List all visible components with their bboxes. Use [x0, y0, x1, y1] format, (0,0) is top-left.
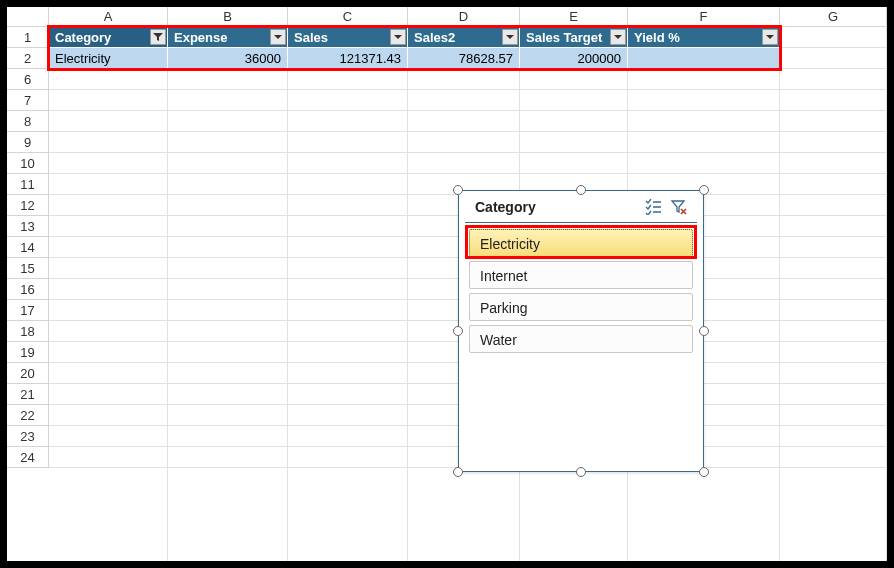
- dropdown-icon[interactable]: [502, 29, 518, 45]
- row-header[interactable]: 11: [7, 174, 49, 195]
- cell-expense[interactable]: 36000: [168, 48, 288, 69]
- header-label: Sales2: [414, 30, 455, 45]
- row-header[interactable]: 16: [7, 279, 49, 300]
- col-header-E[interactable]: E: [520, 7, 628, 27]
- col-header-D[interactable]: D: [408, 7, 520, 27]
- col-header-B[interactable]: B: [168, 7, 288, 27]
- row-header[interactable]: 8: [7, 111, 49, 132]
- row-header[interactable]: 12: [7, 195, 49, 216]
- resize-handle[interactable]: [576, 467, 586, 477]
- col-header-A[interactable]: A: [49, 7, 168, 27]
- multi-select-icon[interactable]: [641, 195, 665, 219]
- resize-handle[interactable]: [453, 185, 463, 195]
- cell-yield[interactable]: [628, 48, 780, 69]
- row-header[interactable]: 21: [7, 384, 49, 405]
- col-header-F[interactable]: F: [628, 7, 780, 27]
- cell-category[interactable]: Electricity: [49, 48, 168, 69]
- table-row: Electricity 36000 121371.43 78628.57 200…: [49, 48, 780, 69]
- slicer-header: Category: [465, 191, 697, 223]
- header-sales2[interactable]: Sales2: [408, 27, 520, 48]
- row-header[interactable]: 19: [7, 342, 49, 363]
- row-header[interactable]: 2: [7, 48, 49, 69]
- dropdown-icon[interactable]: [390, 29, 406, 45]
- header-yield[interactable]: Yield %: [628, 27, 780, 48]
- row-header[interactable]: 13: [7, 216, 49, 237]
- slicer-item-water[interactable]: Water: [469, 325, 693, 353]
- row-header[interactable]: 15: [7, 258, 49, 279]
- col-header-G[interactable]: G: [780, 7, 887, 27]
- resize-handle[interactable]: [576, 185, 586, 195]
- header-sales-target[interactable]: Sales Target: [520, 27, 628, 48]
- table-header-row: Category Expense Sales Sales2: [49, 27, 780, 48]
- clear-filter-icon[interactable]: [667, 195, 691, 219]
- dropdown-icon[interactable]: [610, 29, 626, 45]
- slicer-items: Electricity Internet Parking Water: [459, 223, 703, 363]
- row-header[interactable]: 1: [7, 27, 49, 48]
- row-header[interactable]: 18: [7, 321, 49, 342]
- row-header[interactable]: 24: [7, 447, 49, 468]
- header-expense[interactable]: Expense: [168, 27, 288, 48]
- row-header[interactable]: 10: [7, 153, 49, 174]
- slicer-item-electricity[interactable]: Electricity: [469, 229, 693, 257]
- row-header[interactable]: 14: [7, 237, 49, 258]
- cell-sales2[interactable]: 78628.57: [408, 48, 520, 69]
- slicer-category[interactable]: Category Electricity Internet Parking Wa…: [458, 190, 704, 472]
- select-all-corner[interactable]: [7, 7, 49, 27]
- resize-handle[interactable]: [699, 467, 709, 477]
- header-label: Expense: [174, 30, 227, 45]
- row-header[interactable]: 23: [7, 426, 49, 447]
- header-label: Category: [55, 30, 111, 45]
- resize-handle[interactable]: [453, 326, 463, 336]
- row-header[interactable]: 6: [7, 69, 49, 90]
- resize-handle[interactable]: [453, 467, 463, 477]
- slicer-title: Category: [475, 199, 639, 215]
- slicer-item-internet[interactable]: Internet: [469, 261, 693, 289]
- header-sales[interactable]: Sales: [288, 27, 408, 48]
- row-header[interactable]: 9: [7, 132, 49, 153]
- row-header[interactable]: 20: [7, 363, 49, 384]
- row-header[interactable]: 17: [7, 300, 49, 321]
- row-header[interactable]: 22: [7, 405, 49, 426]
- resize-handle[interactable]: [699, 326, 709, 336]
- cell-sales-target[interactable]: 200000: [520, 48, 628, 69]
- resize-handle[interactable]: [699, 185, 709, 195]
- header-category[interactable]: Category: [49, 27, 168, 48]
- filter-active-icon[interactable]: [150, 29, 166, 45]
- spreadsheet-frame: A B C D E F G 1 2 6 7 8 9 10 11 12 13 14…: [7, 7, 887, 561]
- header-label: Sales Target: [526, 30, 602, 45]
- header-label: Yield %: [634, 30, 680, 45]
- dropdown-icon[interactable]: [270, 29, 286, 45]
- column-headers: A B C D E F G: [49, 7, 887, 27]
- row-headers: 1 2 6 7 8 9 10 11 12 13 14 15 16 17 18 1…: [7, 27, 49, 468]
- data-table: Category Expense Sales Sales2: [49, 27, 780, 69]
- header-label: Sales: [294, 30, 328, 45]
- slicer-item-parking[interactable]: Parking: [469, 293, 693, 321]
- dropdown-icon[interactable]: [762, 29, 778, 45]
- col-header-C[interactable]: C: [288, 7, 408, 27]
- cell-sales[interactable]: 121371.43: [288, 48, 408, 69]
- row-header[interactable]: 7: [7, 90, 49, 111]
